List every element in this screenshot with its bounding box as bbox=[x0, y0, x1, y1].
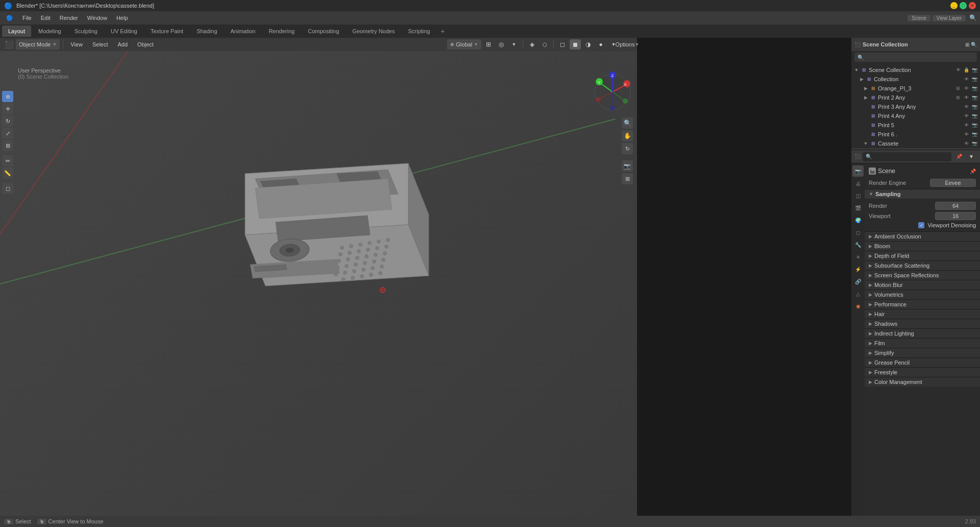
material-shading[interactable]: ◑ bbox=[582, 39, 594, 50]
orbit-icon[interactable]: ↻ bbox=[622, 143, 633, 154]
item-hide[interactable]: 👁 bbox=[963, 122, 970, 129]
bloom-header[interactable]: ▶ Bloom bbox=[865, 242, 980, 251]
outliner-search-icon[interactable]: 🔍 bbox=[971, 42, 977, 47]
simplify-header[interactable]: ▶ Simplify bbox=[865, 348, 980, 357]
prop-tab-render[interactable]: 📷 bbox=[852, 165, 864, 177]
tab-compositing[interactable]: Compositing bbox=[302, 26, 345, 37]
menu-file[interactable]: File bbox=[18, 14, 36, 22]
item-hide[interactable]: 👁 bbox=[963, 85, 970, 92]
denoising-checkbox[interactable]: ✓ bbox=[918, 222, 924, 228]
film-header[interactable]: ▶ Film bbox=[865, 339, 980, 348]
tab-geometry-nodes[interactable]: Geometry Nodes bbox=[346, 26, 401, 37]
rotate-tool[interactable]: ↻ bbox=[2, 115, 13, 127]
prop-tab-output[interactable]: 🖨 bbox=[852, 178, 864, 189]
prop-tab-view-layer[interactable]: ◫ bbox=[852, 190, 864, 201]
prop-tab-constraints[interactable]: 🔗 bbox=[852, 276, 864, 287]
ssr-header[interactable]: ▶ Screen Space Reflections bbox=[865, 271, 980, 280]
rendered-shading[interactable]: ● bbox=[595, 39, 606, 50]
outliner-search-input[interactable]: 🔍 bbox=[854, 53, 977, 62]
properties-search[interactable]: 🔍 bbox=[863, 152, 951, 161]
hair-header[interactable]: ▶ Hair bbox=[865, 309, 980, 319]
item-render[interactable]: 📷 bbox=[971, 76, 978, 83]
prop-tab-world[interactable]: 🌍 bbox=[852, 214, 864, 226]
tab-modeling[interactable]: Modeling bbox=[32, 26, 67, 37]
tab-sculpting[interactable]: Sculpting bbox=[68, 26, 104, 37]
outliner-item-print5[interactable]: ⊞ Print 5 👁 📷 bbox=[851, 121, 980, 130]
window-controls[interactable]: _ □ ✕ bbox=[950, 2, 976, 9]
object-menu[interactable]: Object bbox=[133, 39, 158, 50]
select-menu[interactable]: Select bbox=[88, 39, 112, 50]
item-filter[interactable]: ⊞ bbox=[954, 85, 962, 92]
pan-icon[interactable]: ✋ bbox=[622, 130, 633, 141]
editor-type-button[interactable]: ⬛ bbox=[3, 39, 14, 50]
render-engine-selector[interactable]: Eevee bbox=[930, 179, 976, 187]
item-filter[interactable]: ⊞ bbox=[954, 94, 962, 101]
item-restrict-btn[interactable]: 🔒 bbox=[963, 66, 970, 74]
scene-selector[interactable]: Scene bbox=[908, 15, 930, 21]
item-hide[interactable]: 👁 bbox=[963, 140, 970, 147]
annotate-tool[interactable]: ✏ bbox=[2, 155, 13, 166]
item-render-btn[interactable]: 📷 bbox=[971, 66, 978, 74]
scale-tool[interactable]: ⤢ bbox=[2, 128, 13, 139]
prop-tab-physics[interactable]: ⚡ bbox=[852, 264, 864, 275]
properties-editor-type[interactable]: ⬛ bbox=[854, 154, 861, 159]
menu-edit[interactable]: Edit bbox=[37, 14, 55, 22]
menu-render[interactable]: Render bbox=[56, 14, 82, 22]
view-layer-selector[interactable]: View Layer bbox=[933, 15, 966, 21]
tab-scripting[interactable]: Scripting bbox=[402, 26, 436, 37]
item-filter[interactable]: ▼ bbox=[954, 149, 962, 150]
measure-tool[interactable]: 📏 bbox=[2, 167, 13, 179]
menu-blender[interactable]: 🔵 bbox=[2, 14, 17, 22]
depth-of-field-header[interactable]: ▶ Depth of Field bbox=[865, 251, 980, 260]
viewport-navigation-gizmo[interactable]: X Y Z bbox=[592, 71, 633, 114]
volumetrics-header[interactable]: ▶ Volumetrics bbox=[865, 290, 980, 299]
tab-animation[interactable]: Animation bbox=[225, 26, 262, 37]
prop-tab-scene[interactable]: 🎬 bbox=[852, 202, 864, 213]
outliner-item-print6[interactable]: ⊞ Print 6 . 👁 📷 bbox=[851, 130, 980, 139]
prop-tab-modifiers[interactable]: 🔧 bbox=[852, 239, 864, 250]
prop-options-icon[interactable]: ▼ bbox=[966, 152, 977, 162]
search-icon[interactable]: 🔍 bbox=[968, 13, 978, 23]
subsurface-header[interactable]: ▶ Subsurface Scattering bbox=[865, 261, 980, 270]
prop-pin-icon[interactable]: 📌 bbox=[953, 152, 965, 162]
tab-uv-editing[interactable]: UV Editing bbox=[105, 26, 143, 37]
move-tool[interactable]: ✛ bbox=[2, 103, 13, 114]
add-menu[interactable]: Add bbox=[114, 39, 132, 50]
item-hide[interactable]: 👁 bbox=[963, 149, 970, 150]
zoom-icon[interactable]: 🔍 bbox=[622, 117, 633, 129]
add-workspace-button[interactable]: + bbox=[437, 26, 448, 37]
grid-icon[interactable]: ⊞ bbox=[622, 173, 633, 184]
tab-shading[interactable]: Shading bbox=[190, 26, 223, 37]
tab-rendering[interactable]: Rendering bbox=[262, 26, 301, 37]
render-samples-input[interactable]: 64 bbox=[935, 202, 976, 210]
outliner-item-scene-collection[interactable]: ▼ ⊞ Scene Collection 👁 🔒 📷 bbox=[851, 65, 980, 75]
item-hide[interactable]: 👁 bbox=[963, 94, 970, 101]
add-cube-tool[interactable]: ◻ bbox=[2, 183, 13, 194]
item-hide[interactable]: 👁 bbox=[963, 112, 970, 119]
view-menu[interactable]: View bbox=[66, 39, 87, 50]
prop-tab-data[interactable]: △ bbox=[852, 288, 864, 299]
solid-shading[interactable]: ◼ bbox=[570, 39, 581, 50]
cursor-tool[interactable]: ⊕ bbox=[2, 91, 13, 102]
object-mode-selector[interactable]: Object Mode ▼ bbox=[16, 39, 60, 50]
shadows-header[interactable]: ▶ Shadows bbox=[865, 319, 980, 328]
outliner-item-orange[interactable]: ▶ ⊞ Orange_PI_3 ⊞ 👁 📷 bbox=[851, 84, 980, 93]
item-hide[interactable]: 👁 bbox=[963, 103, 970, 110]
outliner-item-print3[interactable]: ⊞ Print 3 Any Any 👁 📷 bbox=[851, 102, 980, 111]
scene-pin-btn[interactable]: 📌 bbox=[970, 169, 976, 174]
outliner-item-audio-cassette[interactable]: ▼ audio_cassette ▼ 👁 📷 bbox=[851, 148, 980, 150]
item-render[interactable]: 📷 bbox=[971, 140, 978, 147]
outliner-item-collection[interactable]: ▶ ⊞ Collection 👁 📷 bbox=[851, 75, 980, 84]
tab-layout[interactable]: Layout bbox=[2, 26, 31, 37]
item-render[interactable]: 📷 bbox=[971, 103, 978, 110]
item-hide[interactable]: 👁 bbox=[963, 131, 970, 138]
outliner-item-print4[interactable]: ⊞ Print 4 Any 👁 📷 bbox=[851, 111, 980, 121]
item-hide-btn[interactable]: 👁 bbox=[954, 66, 962, 74]
item-render[interactable]: 📷 bbox=[971, 122, 978, 129]
prop-tab-particles[interactable]: ✳ bbox=[852, 251, 864, 262]
grease-pencil-header[interactable]: ▶ Grease Pencil bbox=[865, 358, 980, 367]
proportional-edit[interactable]: ◎ bbox=[496, 39, 507, 50]
minimize-button[interactable]: _ bbox=[950, 2, 958, 9]
overlay-toggle[interactable]: ⬡ bbox=[539, 39, 550, 50]
item-render[interactable]: 📷 bbox=[971, 149, 978, 150]
